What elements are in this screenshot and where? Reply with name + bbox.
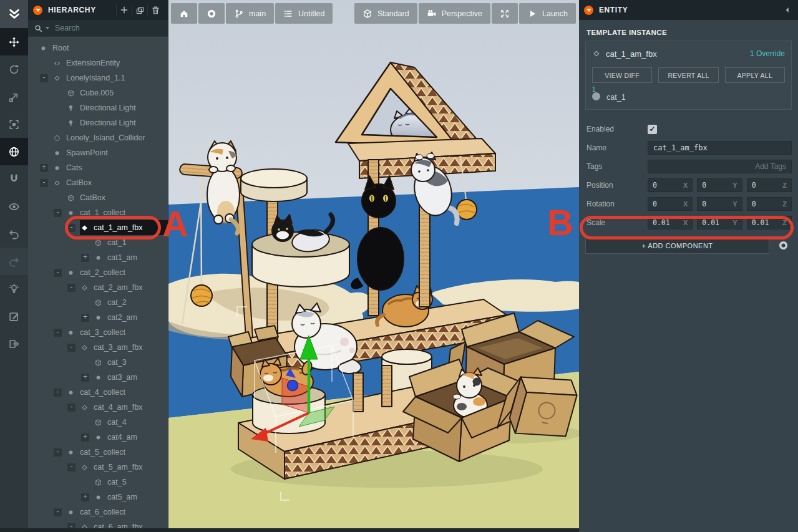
component-settings-gear-icon[interactable] bbox=[775, 237, 792, 254]
code-editor-button[interactable] bbox=[0, 302, 28, 330]
undo-button[interactable] bbox=[0, 220, 28, 248]
rotation-z-input[interactable]: 0Z bbox=[747, 197, 792, 211]
camera-mode-button[interactable]: Perspective bbox=[419, 3, 490, 24]
tree-item-lonely-island-collider[interactable]: Lonely_Island_Collider bbox=[28, 130, 168, 145]
override-item[interactable]: 1 cat_1 bbox=[592, 92, 785, 103]
delete-entity-button[interactable] bbox=[147, 4, 163, 16]
override-count[interactable]: 1 Override bbox=[750, 49, 785, 58]
tree-item-cat1-am[interactable]: +cat1_am bbox=[28, 250, 168, 265]
help-button[interactable] bbox=[0, 275, 28, 302]
tree-item-spawnpoint[interactable]: SpawnPoint bbox=[28, 145, 168, 160]
collapse-toggle[interactable]: - bbox=[54, 389, 62, 397]
duplicate-entity-button[interactable] bbox=[132, 4, 147, 16]
position-x-input[interactable]: 0X bbox=[648, 178, 693, 192]
scene-canvas[interactable] bbox=[168, 0, 579, 532]
branch-button[interactable]: main bbox=[226, 3, 274, 24]
rotate-tool[interactable] bbox=[0, 56, 28, 83]
tree-item-cat-5-am-fbx[interactable]: -cat_5_am_fbx bbox=[28, 460, 168, 475]
expand-toggle[interactable]: + bbox=[81, 433, 89, 442]
tree-item-cat-2-collect[interactable]: -cat_2_collect bbox=[28, 265, 168, 280]
collapse-panel-icon[interactable] bbox=[783, 6, 792, 14]
expand-toggle[interactable]: + bbox=[40, 164, 48, 172]
tree-item-cat4-am[interactable]: +cat4_am bbox=[28, 430, 168, 445]
apply-all-button[interactable]: APPLY ALL bbox=[725, 67, 785, 83]
tree-item-cat3-am[interactable]: +cat3_am bbox=[28, 370, 168, 385]
tree-item-cat-4-collect[interactable]: -cat_4_collect bbox=[28, 385, 168, 400]
tree-item-directional-light[interactable]: Directional Light bbox=[28, 100, 168, 115]
panel-collapse-icon[interactable] bbox=[33, 6, 42, 15]
collapse-toggle[interactable]: - bbox=[67, 463, 75, 472]
tree-item-cat-1-am-fbx[interactable]: -cat_1_am_fbx bbox=[28, 220, 168, 235]
tree-item-cat-6-collect[interactable]: -cat_6_collect bbox=[28, 505, 168, 520]
settings-button[interactable] bbox=[198, 3, 225, 24]
revert-all-button[interactable]: REVERT ALL bbox=[658, 67, 718, 83]
scale-tool[interactable] bbox=[0, 83, 28, 110]
tree-item-cat2-am[interactable]: +cat2_am bbox=[28, 310, 168, 325]
scale-z-input[interactable]: 0.01Z bbox=[747, 216, 792, 230]
tree-item-cat-3[interactable]: cat_3 bbox=[28, 355, 168, 370]
tree-item-cat-3-am-fbx[interactable]: -cat_3_am_fbx bbox=[28, 340, 168, 355]
tree-item-cat-5-collect[interactable]: -cat_5_collect bbox=[28, 445, 168, 460]
tree-item-directional-light[interactable]: Directional Light bbox=[28, 115, 168, 130]
enabled-checkbox[interactable]: ✓ bbox=[648, 125, 657, 134]
collapse-toggle[interactable]: - bbox=[54, 508, 62, 516]
launch-button[interactable]: Launch bbox=[519, 3, 576, 24]
collapse-toggle[interactable]: - bbox=[54, 269, 62, 277]
world-space-toggle[interactable] bbox=[0, 138, 28, 165]
fullscreen-button[interactable] bbox=[492, 3, 518, 24]
viewport[interactable]: mainUntitled StandardPerspectiveLaunch bbox=[168, 0, 579, 532]
home-button[interactable] bbox=[171, 3, 197, 24]
view-diff-button[interactable]: VIEW DIFF bbox=[592, 67, 652, 83]
collapse-toggle[interactable]: - bbox=[67, 284, 75, 292]
add-component-button[interactable]: + ADD COMPONENT bbox=[585, 237, 769, 254]
tags-input[interactable] bbox=[648, 160, 792, 173]
tree-item-extensionentity[interactable]: ExtensionEntity bbox=[28, 56, 168, 70]
snap-toggle[interactable] bbox=[0, 165, 28, 193]
scene-button[interactable]: Untitled bbox=[275, 3, 333, 24]
scale-x-input[interactable]: 0.01X bbox=[648, 216, 693, 230]
tree-item-cat-2-am-fbx[interactable]: -cat_2_am_fbx bbox=[28, 280, 168, 295]
name-input[interactable] bbox=[648, 141, 792, 155]
tree-item-cat5-am[interactable]: +cat5_am bbox=[28, 490, 168, 505]
collapse-toggle[interactable]: - bbox=[40, 74, 48, 82]
expand-toggle[interactable]: + bbox=[81, 254, 89, 262]
move-tool[interactable] bbox=[0, 28, 28, 56]
search-icon[interactable] bbox=[34, 24, 43, 33]
collapse-toggle[interactable]: - bbox=[54, 209, 62, 217]
tree-item-cube-005[interactable]: Cube.005 bbox=[28, 85, 168, 100]
tree-item-lonelyisland-1-1[interactable]: -LonelyIsland_1.1 bbox=[28, 70, 168, 85]
expand-toggle[interactable]: + bbox=[81, 314, 89, 322]
tree-item-cat-3-collect[interactable]: -cat_3_collect bbox=[28, 325, 168, 340]
tree-item-root[interactable]: Root bbox=[28, 41, 168, 56]
tree-item-cat-4[interactable]: cat_4 bbox=[28, 415, 168, 430]
visibility-toggle[interactable] bbox=[0, 193, 28, 220]
tree-item-catbox[interactable]: -CatBox bbox=[28, 175, 168, 190]
playcanvas-logo[interactable] bbox=[0, 0, 28, 28]
rotation-x-input[interactable]: 0X bbox=[648, 197, 693, 211]
tree-item-cats[interactable]: +Cats bbox=[28, 160, 168, 175]
scale-y-input[interactable]: 0.01Y bbox=[697, 216, 742, 230]
position-z-input[interactable]: 0Z bbox=[747, 178, 792, 192]
tree-item-catbox[interactable]: CatBox bbox=[28, 190, 168, 205]
rotation-y-input[interactable]: 0Y bbox=[697, 197, 742, 211]
collapse-toggle[interactable]: - bbox=[54, 448, 62, 457]
redo-button[interactable] bbox=[0, 248, 28, 275]
shading-button[interactable]: Standard bbox=[354, 3, 417, 24]
tree-item-cat-5[interactable]: cat_5 bbox=[28, 475, 168, 490]
tree-item-cat-4-am-fbx[interactable]: -cat_4_am_fbx bbox=[28, 400, 168, 415]
frame-selection[interactable] bbox=[0, 110, 28, 138]
search-filter-caret[interactable] bbox=[46, 27, 49, 29]
panel-collapse-icon[interactable] bbox=[584, 6, 593, 15]
search-input[interactable] bbox=[55, 24, 162, 32]
collapse-toggle[interactable]: - bbox=[67, 344, 75, 352]
position-y-input[interactable]: 0Y bbox=[697, 178, 742, 192]
add-entity-button[interactable] bbox=[116, 4, 132, 16]
expand-toggle[interactable]: + bbox=[81, 374, 89, 382]
publish-button[interactable] bbox=[0, 330, 28, 357]
collapse-toggle[interactable]: - bbox=[67, 404, 75, 412]
tree-item-cat-1-collect[interactable]: -cat_1_collect bbox=[28, 205, 168, 220]
collapse-toggle[interactable]: - bbox=[67, 224, 75, 232]
collapse-toggle[interactable]: - bbox=[54, 329, 62, 337]
tree-item-cat-1[interactable]: cat_1 bbox=[28, 235, 168, 250]
collapse-toggle[interactable]: - bbox=[40, 179, 48, 187]
